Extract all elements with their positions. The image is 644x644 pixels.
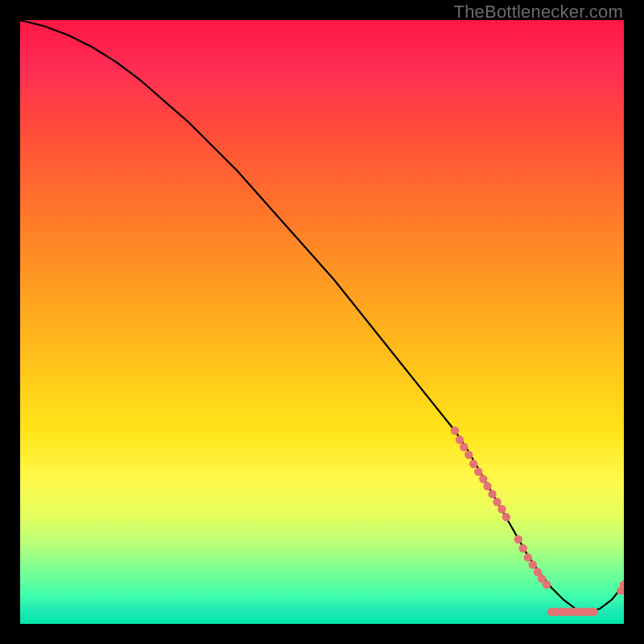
chart-svg [20, 20, 624, 624]
data-marker [451, 427, 459, 435]
data-marker [502, 513, 510, 521]
curve-line [20, 20, 624, 612]
plot-area [20, 20, 624, 624]
data-marker [519, 544, 527, 552]
data-marker [456, 436, 464, 444]
data-marker [529, 560, 537, 568]
chart-frame: TheBottlenecker.com [0, 0, 644, 644]
data-marker [469, 460, 477, 468]
data-marker [514, 535, 522, 543]
data-marker [464, 451, 473, 459]
data-marker [497, 505, 506, 513]
data-marker [474, 468, 482, 476]
data-marker [460, 443, 468, 451]
marker-group [451, 427, 624, 616]
data-marker [488, 490, 496, 498]
data-marker [479, 475, 487, 483]
data-marker [483, 482, 491, 490]
data-marker [543, 580, 551, 588]
data-marker [589, 608, 597, 616]
data-marker [524, 553, 532, 561]
data-marker [493, 497, 501, 506]
